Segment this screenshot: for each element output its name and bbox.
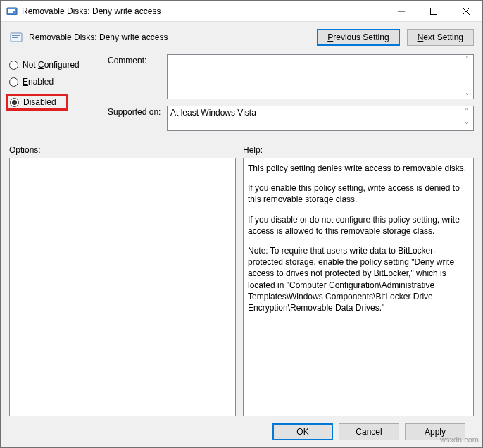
cancel-button[interactable]: Cancel [339, 423, 399, 440]
options-pane[interactable] [9, 158, 236, 416]
svg-rect-4 [431, 8, 437, 14]
help-text: If you disable or do not configure this … [248, 214, 469, 237]
svg-rect-8 [12, 35, 20, 36]
svg-rect-9 [12, 37, 18, 38]
watermark: wsxdn.com [440, 435, 479, 444]
radio-label: Disabled [23, 97, 56, 107]
policy-title: Removable Disks: Deny write access [29, 32, 317, 42]
help-pane[interactable]: This policy setting denies write access … [243, 158, 474, 416]
dialog-footer: OK Cancel Apply [9, 416, 474, 447]
radio-disabled[interactable]: Disabled [10, 97, 56, 107]
maximize-button[interactable] [418, 1, 450, 22]
comment-label: Comment: [108, 54, 167, 101]
radio-icon [9, 77, 18, 87]
next-setting-button[interactable]: Next Setting [407, 29, 474, 46]
help-text: This policy setting denies write access … [248, 163, 469, 174]
comment-textarea[interactable] [167, 54, 474, 99]
state-radio-group: Not Configured Enabled Disabled [9, 54, 108, 135]
radio-label: Not Configured [23, 60, 80, 70]
group-policy-editor-window: Removable Disks: Deny write access Remov… [0, 0, 483, 448]
minimize-button[interactable] [385, 1, 418, 22]
supported-on-label: Supported on: [108, 106, 167, 131]
radio-not-configured[interactable]: Not Configured [9, 60, 108, 70]
help-label: Help: [243, 145, 263, 155]
help-text: Note: To require that users write data t… [248, 245, 469, 313]
close-button[interactable] [450, 1, 482, 22]
radio-icon [9, 61, 18, 70]
svg-rect-1 [8, 9, 15, 11]
window-title: Removable Disks: Deny write access [22, 6, 385, 16]
titlebar: Removable Disks: Deny write access [1, 1, 482, 22]
app-icon [6, 6, 18, 17]
radio-icon [10, 98, 19, 107]
supported-on-value: At least Windows Vista ˄˅ [167, 106, 474, 131]
radio-label: Enabled [23, 77, 54, 87]
svg-rect-2 [8, 11, 13, 13]
selection-highlight: Disabled [6, 94, 68, 111]
help-text: If you enable this policy setting, write… [248, 182, 469, 205]
policy-header: Removable Disks: Deny write access Previ… [1, 22, 482, 49]
previous-setting-button[interactable]: Previous Setting [317, 29, 399, 46]
supported-on-text: At least Windows Vista [170, 108, 256, 118]
options-label: Options: [9, 145, 243, 155]
scrollbar-hint: ˄˅ [460, 108, 472, 129]
ok-button[interactable]: OK [272, 423, 333, 440]
radio-enabled[interactable]: Enabled [9, 77, 108, 87]
policy-icon [9, 30, 23, 44]
